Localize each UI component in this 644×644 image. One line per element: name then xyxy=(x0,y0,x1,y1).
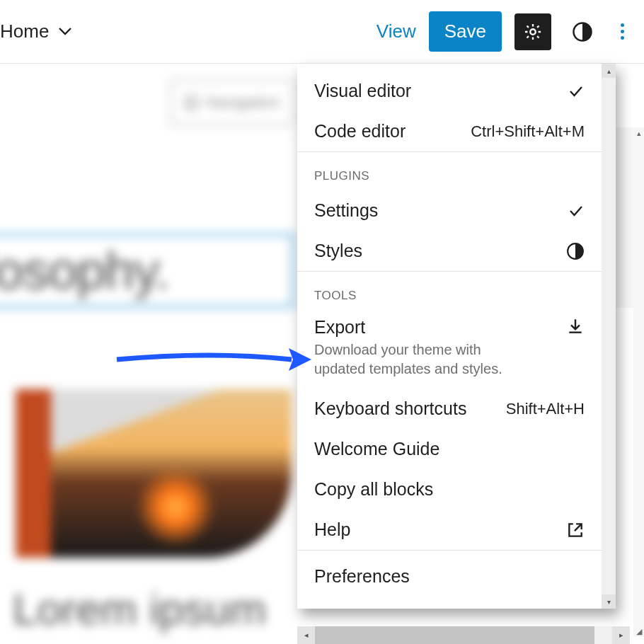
sidebar-bg-2 xyxy=(633,290,644,637)
menu-item-description: Download your theme with updated templat… xyxy=(314,340,527,379)
menu-item-label: Welcome Guide xyxy=(314,439,439,459)
home-label: Home xyxy=(0,21,49,42)
menu-item-visual-editor[interactable]: Visual editor xyxy=(297,71,602,111)
top-toolbar: Home View Save xyxy=(0,0,644,64)
heading-block[interactable]: hilosophy. xyxy=(0,234,294,308)
chevron-down-icon xyxy=(59,28,71,36)
menu-item-preferences[interactable]: Preferences xyxy=(297,551,602,597)
scrollbar-track[interactable] xyxy=(602,78,616,594)
image-wing-shape xyxy=(16,389,221,474)
menu-item-label: Code editor xyxy=(314,121,406,142)
image-block[interactable] xyxy=(16,389,292,558)
menu-item-shortcut: Shift+Alt+H xyxy=(506,400,585,418)
menu-item-code-editor[interactable]: Code editor Ctrl+Shift+Alt+M xyxy=(297,111,602,151)
options-menu-button[interactable] xyxy=(614,19,631,44)
menu-item-copy-all-blocks[interactable]: Copy all blocks xyxy=(297,469,602,510)
topbar-actions: View Save xyxy=(376,11,631,52)
section-header-tools: TOOLS xyxy=(297,272,602,310)
scrollbar-thumb[interactable] xyxy=(315,626,594,644)
navigation-block[interactable]: Navigation xyxy=(170,79,294,125)
scroll-right-button[interactable]: ▸ xyxy=(612,626,630,644)
view-button[interactable]: View xyxy=(376,21,416,42)
external-link-icon xyxy=(566,521,585,539)
paragraph-block[interactable]: Lorem ipsum xyxy=(13,584,266,634)
check-icon xyxy=(568,202,585,219)
gear-icon xyxy=(523,22,543,42)
home-button[interactable]: Home xyxy=(0,21,71,42)
settings-button[interactable] xyxy=(514,13,551,50)
menu-item-label: Styles xyxy=(314,241,362,261)
menu-item-label: Export xyxy=(314,317,527,338)
scroll-left-button[interactable]: ◂ xyxy=(297,626,315,644)
menu-item-label: Preferences xyxy=(314,566,410,587)
scroll-up-button[interactable]: ▴ xyxy=(602,64,616,78)
options-popover: EDITOR Visual editor Code editor Ctrl+Sh… xyxy=(297,64,616,609)
svg-point-0 xyxy=(530,29,535,34)
menu-item-label: Keyboard shortcuts xyxy=(314,398,466,419)
contrast-icon xyxy=(572,21,593,42)
popover-content: EDITOR Visual editor Code editor Ctrl+Sh… xyxy=(297,64,602,609)
contrast-icon xyxy=(566,242,585,260)
horizontal-scrollbar[interactable]: ◂ ▸ xyxy=(297,626,630,644)
resize-corner-icon: ◢ xyxy=(634,627,644,637)
kebab-icon xyxy=(621,23,624,40)
section-header-plugins: PLUGINS xyxy=(297,152,602,190)
scrollbar-track[interactable] xyxy=(315,626,612,644)
menu-item-welcome-guide[interactable]: Welcome Guide xyxy=(297,429,602,469)
image-frame-shape xyxy=(16,389,79,558)
vertical-scrollbar[interactable]: ▴ ▾ xyxy=(602,64,616,609)
menu-item-label: Settings xyxy=(314,200,378,221)
menu-item-label: Copy all blocks xyxy=(314,479,433,500)
menu-item-label: Help xyxy=(314,519,350,540)
menu-item-help[interactable]: Help xyxy=(297,510,602,550)
menu-item-styles[interactable]: Styles xyxy=(297,231,602,271)
menu-item-export[interactable]: Export Download your theme with updated … xyxy=(297,310,602,389)
section-header-editor: EDITOR xyxy=(297,64,602,71)
styles-button[interactable] xyxy=(564,13,601,50)
scroll-down-button[interactable]: ▾ xyxy=(602,594,616,609)
menu-item-settings[interactable]: Settings xyxy=(297,190,602,231)
menu-item-shortcut: Ctrl+Shift+Alt+M xyxy=(471,122,585,141)
compass-icon xyxy=(184,95,200,110)
download-icon xyxy=(566,317,585,335)
sidebar-bg xyxy=(616,127,644,308)
navigation-block-label: Navigation xyxy=(207,93,280,112)
scroll-up-icon: ▴ xyxy=(634,129,644,139)
heading-text: hilosophy. xyxy=(0,241,169,301)
save-button[interactable]: Save xyxy=(429,11,502,52)
menu-item-keyboard-shortcuts[interactable]: Keyboard shortcuts Shift+Alt+H xyxy=(297,389,602,429)
menu-item-label: Visual editor xyxy=(314,81,411,101)
check-icon xyxy=(568,83,585,100)
